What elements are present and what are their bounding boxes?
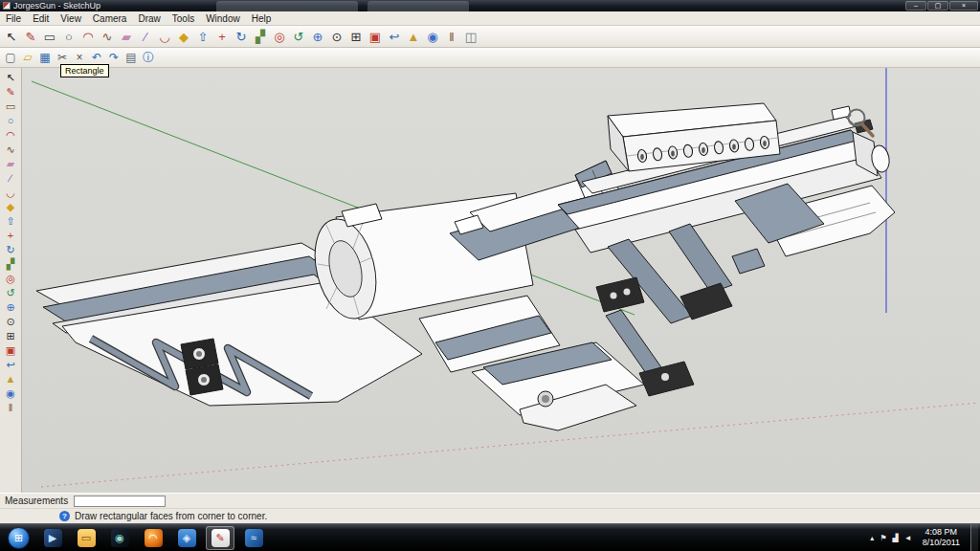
zoom-extents-tool-icon[interactable]: ▣ xyxy=(366,27,385,46)
freehand-tool-icon[interactable]: ∿ xyxy=(98,27,117,46)
taskbar-app-sketchup[interactable]: ✎ xyxy=(206,526,234,550)
background-browser-tab xyxy=(216,1,358,11)
menu-file[interactable]: File xyxy=(0,13,27,24)
system-tray: ▴⚑▟◄ 4:08 PM 8/10/2011 xyxy=(870,524,980,551)
push-pull-tool-icon[interactable]: ⇧ xyxy=(193,27,212,46)
lt-move-tool-icon[interactable]: + xyxy=(1,229,20,242)
start-button[interactable]: ⊞ xyxy=(8,527,30,549)
paint-bucket-tool-icon[interactable]: ◆ xyxy=(174,27,193,46)
lt-paint-bucket-tool-icon[interactable]: ◆ xyxy=(1,200,20,213)
lt-arc-tool-icon[interactable]: ◠ xyxy=(1,128,20,142)
section-plane-tool-icon[interactable]: ◫ xyxy=(461,27,480,46)
status-hint-bar: ? Draw rectangular faces from corner to … xyxy=(0,508,980,523)
taskbar-app-explorer[interactable]: ▭ xyxy=(72,526,100,550)
menu-edit[interactable]: Edit xyxy=(27,13,55,24)
tray-volume-icon[interactable]: ◄ xyxy=(904,534,912,542)
window-title: JorgesGun - SketchUp xyxy=(13,1,100,11)
lt-orbit-tool-icon[interactable]: ↺ xyxy=(1,286,20,299)
measurements-label: Measurements xyxy=(5,496,68,506)
lt-zoom-extents-tool-icon[interactable]: ▣ xyxy=(1,343,20,357)
protractor-tool-icon[interactable]: ◡ xyxy=(155,27,174,46)
menu-camera[interactable]: Camera xyxy=(87,13,133,24)
clock-time: 4:08 PM xyxy=(923,527,960,538)
lt-zoom-tool-icon[interactable]: ⊙ xyxy=(1,315,20,328)
orbit-tool-icon[interactable]: ↺ xyxy=(289,27,308,46)
title-bar: JorgesGun - SketchUp – ▢ × xyxy=(0,0,980,11)
print-icon[interactable]: ▤ xyxy=(122,49,140,66)
lt-offset-tool-icon[interactable]: ◎ xyxy=(1,272,20,285)
maximize-button[interactable]: ▢ xyxy=(927,1,948,11)
large-tool-set: ↖ ✎ ▭ ○ ◠ ∿ ▰ ∕ ◡ ◆ ⇧ + xyxy=(0,68,22,493)
taskbar-app-media-center[interactable]: ◉ xyxy=(105,526,134,550)
lt-rectangle-tool-icon[interactable]: ▭ xyxy=(1,99,20,113)
taskbar-app-media-player[interactable]: ▶ xyxy=(38,526,67,550)
lt-push-pull-tool-icon[interactable]: ⇧ xyxy=(1,214,20,228)
windows-taskbar: ⊞ ▶ ▭ ◉ ◠ ◈ ✎ ≈ ▴⚑▟◄ 4:08 PM 8/10/2011 xyxy=(0,523,980,551)
select-tool-icon[interactable]: ↖ xyxy=(2,27,21,46)
lt-walk-tool-icon[interactable]: ‖ xyxy=(1,401,20,414)
main-area: ↖ ✎ ▭ ○ ◠ ∿ ▰ ∕ ◡ ◆ ⇧ + xyxy=(0,68,980,493)
previous-view-tool-icon[interactable]: ↩ xyxy=(385,27,404,46)
save-file-icon[interactable]: ▦ xyxy=(36,49,54,66)
line-tool-icon[interactable]: ✎ xyxy=(21,27,40,46)
menu-window[interactable]: Window xyxy=(200,13,246,24)
taskbar-app-browser[interactable]: ≈ xyxy=(239,526,268,550)
sketchup-app-icon xyxy=(3,2,11,10)
tray-icons: ▴⚑▟◄ xyxy=(870,534,911,542)
tray-network-icon[interactable]: ▟ xyxy=(893,534,899,542)
measurements-input[interactable] xyxy=(74,496,166,507)
walk-tool-icon[interactable]: ‖ xyxy=(442,27,461,46)
lt-select-tool-icon[interactable]: ↖ xyxy=(1,71,20,84)
lt-protractor-tool-icon[interactable]: ◡ xyxy=(1,186,20,199)
help-question-icon: ? xyxy=(59,511,70,521)
rectangle-tool-icon[interactable]: ▭ xyxy=(40,27,59,46)
lt-look-around-tool-icon[interactable]: ◉ xyxy=(1,386,20,400)
lt-position-camera-tool-icon[interactable]: ▲ xyxy=(1,372,20,386)
menu-help[interactable]: Help xyxy=(246,13,278,24)
tray-hidden-icons-icon[interactable]: ▴ xyxy=(870,534,874,542)
lt-eraser-tool-icon[interactable]: ▰ xyxy=(1,157,20,170)
zoom-window-tool-icon[interactable]: ⊞ xyxy=(346,27,366,46)
show-desktop-button[interactable] xyxy=(970,524,978,551)
lt-pan-tool-icon[interactable]: ⊕ xyxy=(1,300,20,314)
lt-circle-tool-icon[interactable]: ○ xyxy=(1,114,20,127)
close-button[interactable]: × xyxy=(949,1,978,11)
pan-tool-icon[interactable]: ⊕ xyxy=(308,27,327,46)
rotate-tool-icon[interactable]: ↻ xyxy=(232,27,251,46)
background-browser-tab xyxy=(368,1,469,11)
taskbar-app-firefox[interactable]: ◠ xyxy=(139,526,167,550)
taskbar-clock[interactable]: 4:08 PM 8/10/2011 xyxy=(923,527,960,549)
open-file-icon[interactable]: ▱ xyxy=(19,49,36,66)
minimize-button[interactable]: – xyxy=(905,1,926,11)
lt-previous-view-tool-icon[interactable]: ↩ xyxy=(1,358,20,371)
menu-tools[interactable]: Tools xyxy=(167,13,200,24)
standard-toolbar: Rectangle ▢ ▱ ▦ ✂ × ↶ ↷ ▤ ⓘ xyxy=(0,48,980,68)
lt-scale-tool-icon[interactable]: ▞ xyxy=(1,257,20,271)
look-around-tool-icon[interactable]: ◉ xyxy=(423,27,442,46)
menu-view[interactable]: View xyxy=(55,13,87,24)
zoom-tool-icon[interactable]: ⊙ xyxy=(327,27,346,46)
scale-tool-icon[interactable]: ▞ xyxy=(251,27,270,46)
offset-tool-icon[interactable]: ◎ xyxy=(270,27,289,46)
move-tool-icon[interactable]: + xyxy=(212,27,232,46)
circle-tool-icon[interactable]: ○ xyxy=(59,27,78,46)
model-info-icon[interactable]: ⓘ xyxy=(140,49,157,66)
lt-rotate-tool-icon[interactable]: ↻ xyxy=(1,243,20,256)
3d-viewport[interactable] xyxy=(22,68,980,493)
tape-measure-tool-icon[interactable]: ∕ xyxy=(136,27,155,46)
tray-action-center-icon[interactable]: ⚑ xyxy=(880,534,886,542)
lt-line-tool-icon[interactable]: ✎ xyxy=(1,85,20,99)
rectangle-tooltip: Rectangle xyxy=(60,64,109,77)
taskbar-apps: ▶ ▭ ◉ ◠ ◈ ✎ ≈ xyxy=(38,526,268,550)
drawing-toolbar: ↖ ✎ ▭ ○ ◠ ∿ ▰ ∕ ◡ ◆ ⇧ + ↻ ▞ ◎ ↺ xyxy=(0,26,980,48)
lt-zoom-window-tool-icon[interactable]: ⊞ xyxy=(1,329,20,342)
lt-tape-measure-tool-icon[interactable]: ∕ xyxy=(1,171,20,185)
menu-bar: FileEditViewCameraDrawToolsWindowHelp xyxy=(0,11,980,26)
position-camera-tool-icon[interactable]: ▲ xyxy=(404,27,423,46)
taskbar-app-document[interactable]: ◈ xyxy=(172,526,201,550)
new-file-icon[interactable]: ▢ xyxy=(2,49,19,66)
eraser-tool-icon[interactable]: ▰ xyxy=(117,27,136,46)
lt-freehand-tool-icon[interactable]: ∿ xyxy=(1,143,20,156)
menu-draw[interactable]: Draw xyxy=(132,13,166,24)
arc-tool-icon[interactable]: ◠ xyxy=(78,27,98,46)
